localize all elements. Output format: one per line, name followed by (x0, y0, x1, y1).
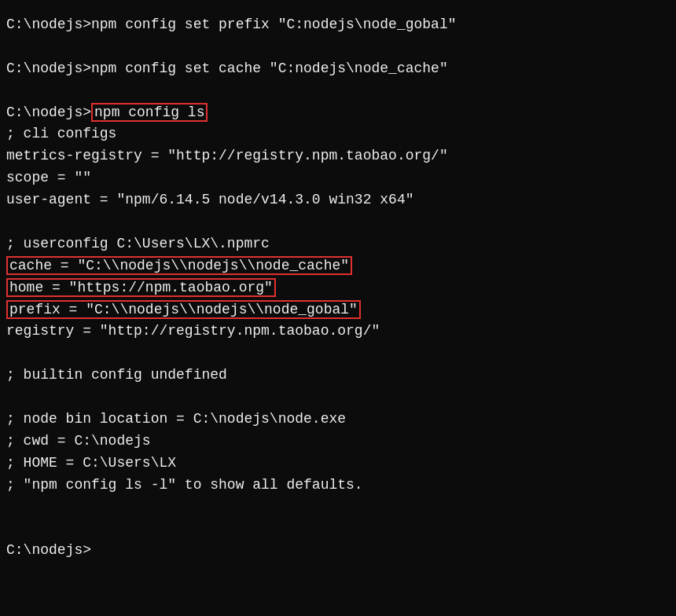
terminal-line: scope = "" (6, 167, 668, 189)
highlighted-line: cache = "C:\\nodejs\\nodejs\\node_cache" (6, 256, 352, 275)
terminal-line: registry = "http://registry.npm.taobao.o… (6, 321, 668, 343)
terminal-line: C:\nodejs>npm config set cache "C:nodejs… (6, 58, 668, 80)
terminal-line (6, 387, 668, 409)
terminal-line: home = "https://npm.taobao.org" (6, 277, 668, 299)
terminal-window: C:\nodejs>npm config set prefix "C:nodej… (6, 14, 668, 602)
terminal-line (6, 80, 668, 102)
terminal-line: user-agent = "npm/6.14.5 node/v14.3.0 wi… (6, 189, 668, 211)
terminal-line: ; cli configs (6, 123, 668, 145)
terminal-line: metrics-registry = "http://registry.npm.… (6, 145, 668, 167)
terminal-line: ; userconfig C:\Users\LX\.npmrc (6, 233, 668, 255)
terminal-line (6, 343, 668, 365)
highlighted-line: prefix = "C:\\nodejs\\nodejs\\node_gobal… (6, 300, 361, 319)
terminal-line: cache = "C:\\nodejs\\nodejs\\node_cache" (6, 255, 668, 277)
terminal-line: ; node bin location = C:\nodejs\node.exe (6, 409, 668, 431)
prompt-text: C:\nodejs> (6, 104, 91, 120)
terminal-line: ; builtin config undefined (6, 365, 668, 387)
highlighted-line: home = "https://npm.taobao.org" (6, 278, 276, 297)
terminal-line (6, 36, 668, 58)
terminal-line (6, 518, 668, 540)
highlighted-command: npm config ls (91, 103, 208, 122)
terminal-line: ; cwd = C:\nodejs (6, 431, 668, 453)
terminal-line: C:\nodejs> (6, 540, 668, 562)
terminal-line: C:\nodejs>npm config set prefix "C:nodej… (6, 14, 668, 36)
terminal-line: ; "npm config ls -l" to show all default… (6, 475, 668, 497)
terminal-line (6, 497, 668, 519)
terminal-line (6, 211, 668, 233)
terminal-line: ; HOME = C:\Users\LX (6, 453, 668, 475)
terminal-line: prefix = "C:\\nodejs\\nodejs\\node_gobal… (6, 299, 668, 321)
terminal-line: C:\nodejs>npm config ls (6, 102, 668, 124)
